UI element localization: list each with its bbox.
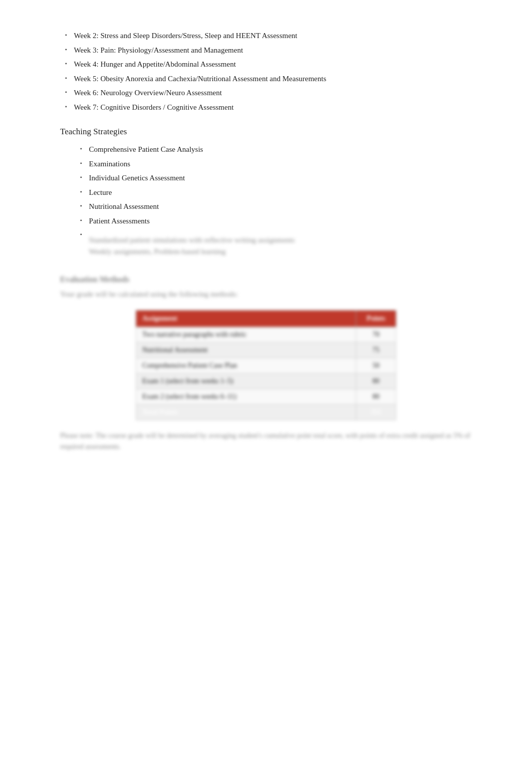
col-assignment-header: Assignment [136, 311, 356, 327]
list-item: ▪ Week 7: Cognitive Disorders / Cognitiv… [60, 102, 472, 113]
list-item: ▪ Week 2: Stress and Sleep Disorders/Str… [60, 30, 472, 42]
item-text: Week 4: Hunger and Appetite/Abdominal As… [74, 59, 236, 70]
list-item: ▪ Week 4: Hunger and Appetite/Abdominal … [60, 59, 472, 70]
item-text: Week 7: Cognitive Disorders / Cognitive … [74, 102, 234, 113]
assignment-cell: Exam 1 (select from weeks 1–5) [136, 374, 356, 389]
list-item: ▪ Individual Genetics Assessment [80, 172, 472, 184]
points-cell: 50 [356, 358, 396, 374]
grade-table-wrapper: Assignment Points Two narrative paragrap… [136, 310, 396, 420]
bullet-icon: ▪ [65, 47, 67, 52]
list-item-blurred: ▪ Standardized patient simulations with … [80, 229, 472, 257]
assignment-cell: Nutritional Assessment [136, 343, 356, 358]
list-item: ▪ Nutritional Assessment [80, 201, 472, 212]
points-cell: 70 [356, 327, 396, 343]
points-cell: 80 [356, 389, 396, 405]
bullet-icon: ▪ [65, 89, 67, 95]
evaluation-section: Evaluation Methods Your grade will be ca… [60, 261, 472, 453]
bullet-icon: ▪ [80, 231, 82, 237]
teaching-strategies-heading: Teaching Strategies [60, 127, 472, 137]
bullet-icon: ▪ [80, 160, 82, 166]
list-item: ▪ Examinations [80, 158, 472, 170]
blurred-item-text: Standardized patient simulations with re… [89, 234, 295, 257]
col-points-header: Points [356, 311, 396, 327]
item-text: Week 5: Obesity Anorexia and Cachexia/Nu… [74, 73, 327, 85]
bullet-icon: ▪ [65, 104, 67, 109]
table-row: Comprehensive Patient Case Plan 50 [136, 358, 396, 374]
bullet-icon: ▪ [80, 146, 82, 151]
bullet-icon: ▪ [65, 61, 67, 66]
list-item: ▪ Lecture [80, 187, 472, 198]
item-text: Nutritional Assessment [89, 201, 159, 212]
assignment-cell: Exam 2 (select from weeks 6–11) [136, 389, 356, 405]
list-item: ▪ Week 5: Obesity Anorexia and Cachexia/… [60, 73, 472, 85]
assignment-cell: Comprehensive Patient Case Plan [136, 358, 356, 374]
item-text: Examinations [89, 158, 131, 170]
evaluation-heading: Evaluation Methods [60, 275, 129, 284]
points-cell: 80 [356, 374, 396, 389]
bullet-icon: ▪ [80, 203, 82, 208]
teaching-strategies-list: ▪ Comprehensive Patient Case Analysis ▪ … [80, 144, 472, 257]
list-item: ▪ Week 6: Neurology Overview/Neuro Asses… [60, 87, 472, 99]
bullet-icon: ▪ [80, 189, 82, 194]
item-text: Lecture [89, 187, 112, 198]
total-label: Total Points [136, 405, 356, 420]
points-cell: 75 [356, 343, 396, 358]
list-item: ▪ Comprehensive Patient Case Analysis [80, 144, 472, 155]
item-text: Comprehensive Patient Case Analysis [89, 144, 203, 155]
item-text: Week 6: Neurology Overview/Neuro Assessm… [74, 87, 222, 99]
bullet-icon: ▪ [80, 174, 82, 180]
footer-note: Please note: The course grade will be de… [60, 430, 472, 453]
total-row: Total Points 355 [136, 405, 396, 420]
list-item: ▪ Patient Assessments [80, 215, 472, 227]
assignment-cell: Two narrative paragraphs with rubric [136, 327, 356, 343]
table-row: Nutritional Assessment 75 [136, 343, 396, 358]
teaching-strategies-section: Teaching Strategies ▪ Comprehensive Pati… [60, 127, 472, 257]
table-row: Two narrative paragraphs with rubric 70 [136, 327, 396, 343]
item-text: Patient Assessments [89, 215, 150, 227]
week-list: ▪ Week 2: Stress and Sleep Disorders/Str… [60, 30, 472, 113]
bullet-icon: ▪ [80, 217, 82, 223]
bullet-icon: ▪ [65, 75, 67, 81]
table-row: Exam 1 (select from weeks 1–5) 80 [136, 374, 396, 389]
bullet-icon: ▪ [65, 32, 67, 38]
item-text: Week 2: Stress and Sleep Disorders/Stres… [74, 30, 298, 42]
item-text: Individual Genetics Assessment [89, 172, 185, 184]
item-text: Week 3: Pain: Physiology/Assessment and … [74, 45, 243, 56]
grade-table: Assignment Points Two narrative paragrap… [136, 310, 396, 420]
total-points: 355 [356, 405, 396, 420]
table-row: Exam 2 (select from weeks 6–11) 80 [136, 389, 396, 405]
evaluation-intro: Your grade will be calculated using the … [60, 288, 472, 300]
list-item: ▪ Week 3: Pain: Physiology/Assessment an… [60, 45, 472, 56]
